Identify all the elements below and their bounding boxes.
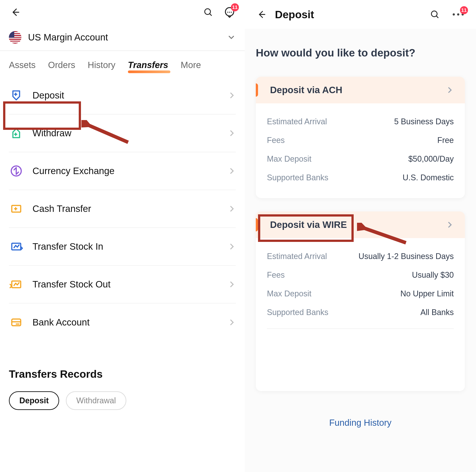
tab-more[interactable]: More <box>181 60 201 70</box>
tab-orders[interactable]: Orders <box>48 60 75 70</box>
list-item-bank-account[interactable]: Bank Account <box>9 304 236 341</box>
info-value: Usually $30 <box>412 270 454 280</box>
list-item-label: Transfer Stock In <box>33 241 228 252</box>
records-filter-chips: DepositWithdrawal <box>0 391 245 410</box>
transfers-records-title: Transfers Records <box>0 341 245 391</box>
info-row: FeesUsually $30 <box>267 266 454 284</box>
divider <box>267 328 454 329</box>
transfers-screen: 11 US Margin Account AssetsOrdersHistory… <box>0 0 245 472</box>
chevron-right-icon <box>228 129 236 137</box>
list-item-label: Bank Account <box>33 317 228 328</box>
chip-deposit[interactable]: Deposit <box>9 391 59 410</box>
info-value: Usually 1-2 Business Days <box>358 252 454 261</box>
chevron-right-icon <box>228 91 236 99</box>
list-item-transfer-stock-in[interactable]: Transfer Stock In <box>9 228 236 266</box>
info-key: Supported Banks <box>267 173 328 182</box>
info-key: Supported Banks <box>267 308 328 317</box>
list-item-label: Currency Exchange <box>33 166 228 176</box>
list-item-withdraw[interactable]: Withdraw <box>9 114 236 152</box>
notification-badge: 11 <box>231 3 239 11</box>
info-key: Estimated Arrival <box>267 117 327 126</box>
search-button[interactable] <box>202 6 214 18</box>
info-row: Supported BanksU.S. Domestic <box>267 168 454 187</box>
list-item-cash-transfer[interactable]: Cash Transfer <box>9 190 236 228</box>
back-icon <box>257 10 266 19</box>
chevron-right-icon <box>228 318 236 326</box>
transfer-actions-list: DepositWithdrawCurrency ExchangeCash Tra… <box>0 77 245 341</box>
bank-account-icon <box>9 315 24 330</box>
transfer-stock-out-icon <box>9 277 24 292</box>
deposit-option-title: Deposit via ACH <box>270 85 446 95</box>
info-value: All Banks <box>420 308 454 317</box>
chip-withdrawal[interactable]: Withdrawal <box>66 391 126 410</box>
withdraw-icon <box>9 126 24 141</box>
info-key: Estimated Arrival <box>267 252 327 261</box>
chevron-right-icon <box>228 167 236 175</box>
info-row: Estimated Arrival5 Business Days <box>267 112 454 131</box>
deposit-option-title: Deposit via WIRE <box>270 219 446 230</box>
chevron-down-icon <box>227 33 236 42</box>
list-item-currency-exchange[interactable]: Currency Exchange <box>9 152 236 190</box>
deposit-option-card-0: Deposit via ACHEstimated Arrival5 Busine… <box>256 77 465 198</box>
deposit-option-card-1: Deposit via WIREEstimated ArrivalUsually… <box>256 212 465 391</box>
info-value: $50,000/Day <box>408 154 454 164</box>
page-title: Deposit <box>275 8 429 21</box>
chevron-right-icon <box>446 221 454 229</box>
info-key: Max Deposit <box>267 154 311 164</box>
info-row: Max Deposit$50,000/Day <box>267 150 454 168</box>
deposit-screen: Deposit 11 How would you like to deposit… <box>245 0 476 472</box>
more-button[interactable]: 11 <box>452 9 465 20</box>
transfer-stock-in-icon <box>9 239 24 254</box>
deposit-icon <box>9 88 24 103</box>
currency-exchange-icon <box>9 164 24 178</box>
deposit-header: Deposit 11 <box>245 0 476 29</box>
tab-transfers[interactable]: Transfers <box>128 60 168 70</box>
list-item-deposit[interactable]: Deposit <box>9 77 236 114</box>
svg-point-1 <box>205 9 210 15</box>
info-value: U.S. Domestic <box>403 173 454 182</box>
info-row: Supported BanksAll Banks <box>267 303 454 322</box>
tab-history[interactable]: History <box>88 60 115 70</box>
list-item-transfer-stock-out[interactable]: Transfer Stock Out <box>9 266 236 304</box>
back-button[interactable] <box>9 6 21 18</box>
list-item-label: Withdraw <box>33 128 228 139</box>
chevron-right-icon <box>446 86 454 94</box>
account-name: US Margin Account <box>28 32 227 43</box>
svg-line-14 <box>436 16 438 18</box>
list-item-label: Transfer Stock Out <box>33 279 228 290</box>
info-key: Fees <box>267 136 285 145</box>
transfers-header: 11 <box>0 0 245 24</box>
deposit-option-body: Estimated Arrival5 Business DaysFeesFree… <box>256 103 465 198</box>
deposit-question: How would you like to deposit? <box>245 29 476 72</box>
deposit-option-header[interactable]: Deposit via WIRE <box>256 212 465 238</box>
list-item-label: Cash Transfer <box>33 203 228 214</box>
info-value: 5 Business Days <box>394 117 454 126</box>
notification-badge: 11 <box>460 6 468 14</box>
deposit-option-header[interactable]: Deposit via ACH <box>256 77 465 103</box>
info-key: Fees <box>267 270 285 280</box>
search-icon <box>203 7 213 17</box>
tab-assets[interactable]: Assets <box>9 60 35 70</box>
info-row: FeesFree <box>267 131 454 150</box>
info-value: No Upper Limit <box>400 289 454 298</box>
cash-transfer-icon <box>9 201 24 216</box>
deposit-option-body: Estimated ArrivalUsually 1-2 Business Da… <box>256 238 465 391</box>
info-row: Max DepositNo Upper Limit <box>267 284 454 303</box>
info-value: Free <box>437 136 454 145</box>
back-icon <box>10 7 20 17</box>
info-key: Max Deposit <box>267 289 311 298</box>
account-selector[interactable]: US Margin Account <box>0 24 245 51</box>
chevron-right-icon <box>228 243 236 251</box>
funding-history-link[interactable]: Funding History <box>245 404 476 441</box>
chevron-right-icon <box>228 280 236 288</box>
svg-point-13 <box>431 11 437 17</box>
search-icon <box>430 10 440 19</box>
svg-line-2 <box>209 14 212 16</box>
list-item-label: Deposit <box>33 90 228 101</box>
chevron-right-icon <box>228 205 236 213</box>
info-row: Estimated ArrivalUsually 1-2 Business Da… <box>267 247 454 266</box>
back-button[interactable] <box>256 9 267 20</box>
search-button[interactable] <box>429 9 441 20</box>
chat-button[interactable]: 11 <box>223 6 236 18</box>
tab-bar: AssetsOrdersHistoryTransfersMore <box>0 51 245 77</box>
